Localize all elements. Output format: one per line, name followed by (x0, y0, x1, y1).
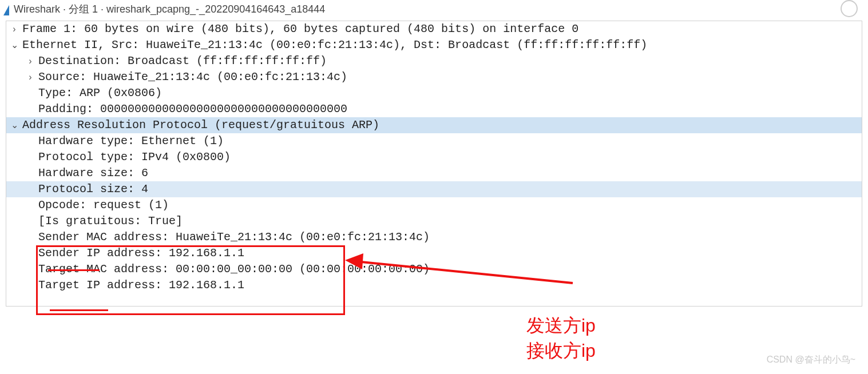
chevron-down-icon[interactable]: ⌄ (6, 37, 22, 53)
tree-arp-psize[interactable]: Protocol size: 4 (6, 181, 862, 197)
eth-type: Type: ARP (0x0806) (38, 85, 862, 101)
window-title: Wireshark · 分组 1 · wireshark_pcapng_-_20… (14, 2, 325, 16)
tree-arp-hwsize[interactable]: Hardware size: 6 (6, 165, 862, 181)
tree-eth-padding[interactable]: · Padding: 00000000000000000000000000000… (6, 101, 862, 117)
tree-arp-opcode[interactable]: Opcode: request (1) (6, 197, 862, 213)
tree-arp-target-mac[interactable]: Target MAC address: 00:00:00_00:00:00 (0… (6, 261, 862, 277)
tree-eth-type[interactable]: · Type: ARP (0x0806) (6, 85, 862, 101)
arp-grat: [Is gratuitous: True] (38, 213, 862, 229)
arp-summary: Address Resolution Protocol (request/gra… (22, 117, 862, 133)
tree-eth-dst[interactable]: › Destination: Broadcast (ff:ff:ff:ff:ff… (6, 53, 862, 69)
eth-padding: Padding: 0000000000000000000000000000000… (38, 101, 862, 117)
chevron-right-icon[interactable]: › (6, 21, 22, 37)
tree-arp-gratuitous[interactable]: [Is gratuitous: True] (6, 213, 862, 229)
annotation-receiver-ip: 接收方ip (526, 339, 596, 363)
arp-prototype: Protocol type: IPv4 (0x0800) (38, 149, 862, 165)
ethernet-summary: Ethernet II, Src: HuaweiTe_21:13:4c (00:… (22, 37, 862, 53)
window-control-icon[interactable] (841, 0, 858, 17)
chevron-right-icon[interactable]: › (22, 69, 38, 85)
chevron-down-icon[interactable]: ⌄ (6, 117, 22, 133)
tree-arp-prototype[interactable]: Protocol type: IPv4 (0x0800) (6, 149, 862, 165)
packet-details-panel: › Frame 1: 60 bytes on wire (480 bits), … (6, 21, 862, 307)
arp-hwtype: Hardware type: Ethernet (1) (38, 133, 862, 149)
tree-arp[interactable]: ⌄ Address Resolution Protocol (request/g… (6, 117, 862, 133)
tree-frame[interactable]: › Frame 1: 60 bytes on wire (480 bits), … (6, 21, 862, 37)
arp-sip: Sender IP address: 192.168.1.1 (38, 245, 862, 261)
arp-tip: Target IP address: 192.168.1.1 (38, 277, 862, 293)
tree-arp-hwtype[interactable]: Hardware type: Ethernet (1) (6, 133, 862, 149)
arp-hwsize: Hardware size: 6 (38, 165, 862, 181)
arp-opcode: Opcode: request (1) (38, 197, 862, 213)
underline-annotation (50, 309, 108, 311)
window-title-bar: Wireshark · 分组 1 · wireshark_pcapng_-_20… (0, 0, 868, 21)
tree-arp-sender-ip[interactable]: Sender IP address: 192.168.1.1 (6, 245, 862, 261)
annotation-sender-ip: 发送方ip (526, 313, 596, 337)
arp-smac: Sender MAC address: HuaweiTe_21:13:4c (0… (38, 229, 862, 245)
tree-ethernet[interactable]: ⌄ Ethernet II, Src: HuaweiTe_21:13:4c (0… (6, 37, 862, 53)
eth-dst: Destination: Broadcast (ff:ff:ff:ff:ff:f… (38, 53, 862, 69)
tree-arp-target-ip[interactable]: Target IP address: 192.168.1.1 (6, 277, 862, 293)
eth-src: Source: HuaweiTe_21:13:4c (00:e0:fc:21:1… (38, 69, 862, 85)
chevron-right-icon[interactable]: › (22, 53, 38, 69)
arp-tmac: Target MAC address: 00:00:00_00:00:00 (0… (38, 261, 862, 277)
wireshark-fin-icon (3, 5, 9, 15)
tree-arp-sender-mac[interactable]: Sender MAC address: HuaweiTe_21:13:4c (0… (6, 229, 862, 245)
tree-eth-src[interactable]: › Source: HuaweiTe_21:13:4c (00:e0:fc:21… (6, 69, 862, 85)
frame-summary: Frame 1: 60 bytes on wire (480 bits), 60… (22, 21, 862, 37)
arp-psize: Protocol size: 4 (38, 181, 862, 197)
watermark: CSDN @奋斗的小鸟~ (767, 354, 855, 366)
